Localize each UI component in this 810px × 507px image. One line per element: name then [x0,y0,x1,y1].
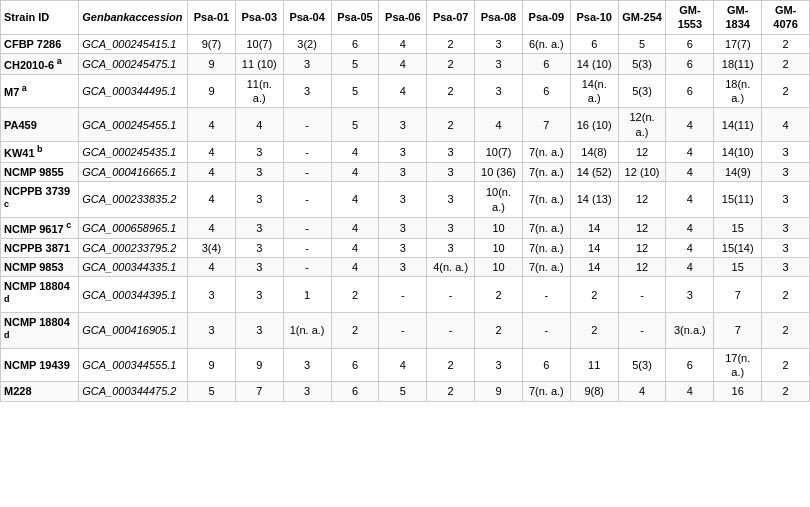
data-cell: 4 [666,108,714,142]
data-cell: 4 [379,74,427,108]
data-cell: 3(4) [188,238,236,257]
col-header-1: Genbankaccession [79,1,188,35]
data-cell: 7(n. a.) [522,142,570,163]
data-cell: 7(n. a.) [522,238,570,257]
data-cell: - [618,313,666,349]
genbank-cell: GCA_000245415.1 [79,34,188,53]
data-cell: 9(8) [570,382,618,401]
strain-id-cell: NCMP 18804 d [1,277,79,313]
strain-id-cell: M228 [1,382,79,401]
data-cell: 9 [188,348,236,382]
data-cell: 3 [475,53,523,74]
data-cell: 3 [666,277,714,313]
data-cell: 3 [235,313,283,349]
data-cell: 4 [188,108,236,142]
strain-id-cell: PA459 [1,108,79,142]
data-cell: 14(10) [714,142,762,163]
data-cell: 5 [331,53,379,74]
genbank-cell: GCA_000245435.1 [79,142,188,163]
data-cell: 2 [570,313,618,349]
genbank-cell: GCA_000344555.1 [79,348,188,382]
data-cell: 14(9) [714,162,762,181]
table-row: NCMP 18804 dGCA_000416905.1331(n. a.)2--… [1,313,810,349]
data-cell: - [283,182,331,218]
table-row: CFBP 7286GCA_000245415.19(7)10(7)3(2)642… [1,34,810,53]
data-cell: 10 [475,258,523,277]
data-cell: 2 [570,277,618,313]
genbank-cell: GCA_000245455.1 [79,108,188,142]
data-cell: 4 [331,162,379,181]
data-cell: - [283,108,331,142]
table-row: NCMP 9855GCA_000416665.143-43310 (36)7(n… [1,162,810,181]
data-cell: - [522,313,570,349]
data-cell: 2 [331,313,379,349]
data-cell: 16 (10) [570,108,618,142]
data-cell: 2 [762,74,810,108]
data-cell: 3 [235,277,283,313]
data-cell: 3 [762,162,810,181]
strain-id-cell: NCMP 9855 [1,162,79,181]
data-cell: 6 [666,348,714,382]
data-cell: 1 [283,277,331,313]
genbank-cell: GCA_000233835.2 [79,182,188,218]
data-cell: 3 [235,182,283,218]
strain-id-cell: CH2010-6 a [1,53,79,74]
col-header-5: Psa-05 [331,1,379,35]
data-cell: 4 [379,34,427,53]
data-cell: 3 [283,348,331,382]
data-cell: 3 [379,258,427,277]
data-cell: 3 [188,277,236,313]
data-cell: 10(n. a.) [475,182,523,218]
data-cell: 14 (10) [570,53,618,74]
data-cell: - [283,217,331,238]
data-cell: 5 [188,382,236,401]
col-header-10: Psa-10 [570,1,618,35]
data-cell: 11 (10) [235,53,283,74]
data-cell: 4 [188,258,236,277]
data-cell: 2 [762,53,810,74]
data-cell: 3 [235,258,283,277]
data-cell: 3 [235,142,283,163]
data-cell: 4 [666,217,714,238]
col-header-4: Psa-04 [283,1,331,35]
data-cell: 15(14) [714,238,762,257]
data-cell: 2 [762,34,810,53]
data-cell: 3 [427,162,475,181]
data-cell: 4 [331,182,379,218]
table-row: M228GCA_000344475.257365297(n. a.)9(8)44… [1,382,810,401]
genbank-cell: GCA_000344495.1 [79,74,188,108]
data-cell: 9 [188,74,236,108]
data-cell: 5(3) [618,74,666,108]
data-cell: 5 [379,382,427,401]
data-cell: 14(11) [714,108,762,142]
data-cell: 11(n. a.) [235,74,283,108]
strain-id-cell: M7 a [1,74,79,108]
data-cell: - [522,277,570,313]
data-cell: 6 [331,34,379,53]
data-cell: 3 [379,142,427,163]
col-header-12: GM-1553 [666,1,714,35]
data-cell: 10 [475,238,523,257]
strain-id-cell: NCMP 9617 c [1,217,79,238]
data-cell: 6 [331,348,379,382]
data-cell: 2 [475,313,523,349]
data-cell: 3 [427,142,475,163]
data-cell: 12 [618,182,666,218]
data-cell: 4 [666,182,714,218]
data-cell: 6 [522,348,570,382]
data-cell: 7(n. a.) [522,382,570,401]
data-cell: 6 [666,74,714,108]
data-cell: 2 [427,382,475,401]
data-cell: 12 [618,142,666,163]
genbank-cell: GCA_000416665.1 [79,162,188,181]
genbank-cell: GCA_000416905.1 [79,313,188,349]
data-cell: 14 (13) [570,182,618,218]
genbank-cell: GCA_000344395.1 [79,277,188,313]
data-cell: 3 [475,34,523,53]
data-cell: 3 [283,53,331,74]
data-cell: 15 [714,217,762,238]
data-cell: 6(n. a.) [522,34,570,53]
data-cell: 9 [188,53,236,74]
genbank-cell: GCA_000245475.1 [79,53,188,74]
data-cell: 4 [379,53,427,74]
